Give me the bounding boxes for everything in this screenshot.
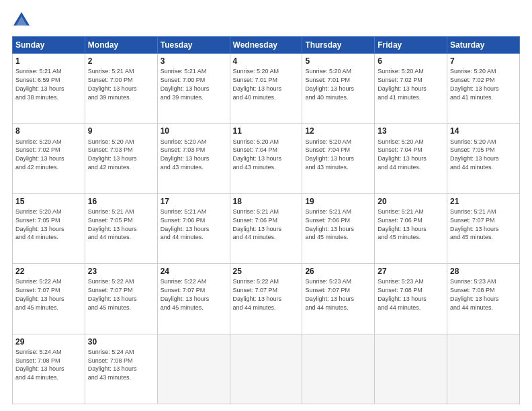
header [12,11,520,30]
day-number: 24 [161,266,227,277]
day-number: 8 [15,126,82,136]
day-number: 20 [378,196,444,207]
day-number: 16 [88,196,154,207]
page: SundayMondayTuesdayWednesdayThursdayFrid… [0,0,532,411]
calendar-cell: 10Sunrise: 5:20 AM Sunset: 7:03 PM Dayli… [157,124,230,193]
calendar-cell: 3Sunrise: 5:21 AM Sunset: 7:00 PM Daylig… [157,54,230,124]
day-number: 25 [233,266,300,277]
calendar-cell [447,334,520,404]
day-number: 12 [305,126,371,136]
calendar-cell: 14Sunrise: 5:20 AM Sunset: 7:05 PM Dayli… [447,124,520,193]
calendar-cell: 13Sunrise: 5:20 AM Sunset: 7:04 PM Dayli… [375,124,447,193]
cell-info: Sunrise: 5:20 AM Sunset: 7:04 PM Dayligh… [305,138,354,171]
weekday-header-tuesday: Tuesday [157,37,230,54]
day-number: 13 [378,126,444,136]
calendar-cell: 12Sunrise: 5:20 AM Sunset: 7:04 PM Dayli… [302,124,375,193]
day-number: 9 [88,126,154,136]
weekday-header-saturday: Saturday [447,37,520,54]
logo [12,11,34,30]
day-number: 2 [88,56,154,66]
cell-info: Sunrise: 5:21 AM Sunset: 7:06 PM Dayligh… [233,208,282,240]
calendar-cell: 2Sunrise: 5:21 AM Sunset: 7:00 PM Daylig… [85,54,157,124]
day-number: 29 [15,336,82,347]
calendar-cell: 20Sunrise: 5:21 AM Sunset: 7:06 PM Dayli… [375,193,447,263]
calendar-week-row: 22Sunrise: 5:22 AM Sunset: 7:07 PM Dayli… [13,264,520,334]
calendar-cell: 18Sunrise: 5:21 AM Sunset: 7:06 PM Dayli… [230,193,302,263]
day-number: 10 [161,126,227,136]
day-number: 18 [233,196,300,207]
calendar-cell: 4Sunrise: 5:20 AM Sunset: 7:01 PM Daylig… [230,54,302,124]
cell-info: Sunrise: 5:21 AM Sunset: 7:05 PM Dayligh… [88,208,137,240]
cell-info: Sunrise: 5:21 AM Sunset: 7:00 PM Dayligh… [88,68,137,100]
calendar-cell: 17Sunrise: 5:21 AM Sunset: 7:06 PM Dayli… [157,193,230,263]
weekday-header-sunday: Sunday [13,37,85,54]
calendar-cell: 5Sunrise: 5:20 AM Sunset: 7:01 PM Daylig… [302,54,375,124]
weekday-header-wednesday: Wednesday [230,37,302,54]
cell-info: Sunrise: 5:21 AM Sunset: 7:06 PM Dayligh… [161,208,210,240]
cell-info: Sunrise: 5:21 AM Sunset: 6:59 PM Dayligh… [15,68,64,100]
calendar-cell [230,334,302,404]
calendar-cell: 28Sunrise: 5:23 AM Sunset: 7:08 PM Dayli… [447,264,520,334]
cell-info: Sunrise: 5:22 AM Sunset: 7:07 PM Dayligh… [15,278,64,310]
cell-info: Sunrise: 5:20 AM Sunset: 7:01 PM Dayligh… [233,68,282,100]
day-number: 30 [88,336,154,347]
cell-info: Sunrise: 5:24 AM Sunset: 7:08 PM Dayligh… [88,349,137,381]
cell-info: Sunrise: 5:20 AM Sunset: 7:04 PM Dayligh… [378,138,427,171]
calendar-cell: 27Sunrise: 5:23 AM Sunset: 7:08 PM Dayli… [375,264,447,334]
day-number: 5 [305,56,371,66]
cell-info: Sunrise: 5:22 AM Sunset: 7:07 PM Dayligh… [161,278,210,310]
cell-info: Sunrise: 5:20 AM Sunset: 7:04 PM Dayligh… [233,138,282,171]
day-number: 4 [233,56,300,66]
calendar-cell: 21Sunrise: 5:21 AM Sunset: 7:07 PM Dayli… [447,193,520,263]
cell-info: Sunrise: 5:20 AM Sunset: 7:05 PM Dayligh… [15,208,64,240]
cell-info: Sunrise: 5:20 AM Sunset: 7:05 PM Dayligh… [450,138,499,171]
calendar-cell: 9Sunrise: 5:20 AM Sunset: 7:03 PM Daylig… [85,124,157,193]
cell-info: Sunrise: 5:23 AM Sunset: 7:07 PM Dayligh… [305,278,354,310]
calendar-table: SundayMondayTuesdayWednesdayThursdayFrid… [12,36,520,404]
calendar-cell: 6Sunrise: 5:20 AM Sunset: 7:02 PM Daylig… [375,54,447,124]
calendar-cell [157,334,230,404]
cell-info: Sunrise: 5:22 AM Sunset: 7:07 PM Dayligh… [233,278,282,310]
day-number: 3 [161,56,227,66]
calendar-cell: 29Sunrise: 5:24 AM Sunset: 7:08 PM Dayli… [13,334,85,404]
day-number: 23 [88,266,154,277]
cell-info: Sunrise: 5:20 AM Sunset: 7:03 PM Dayligh… [161,138,210,171]
day-number: 1 [15,56,82,66]
calendar-cell: 26Sunrise: 5:23 AM Sunset: 7:07 PM Dayli… [302,264,375,334]
day-number: 7 [450,56,517,66]
day-number: 22 [15,266,82,277]
cell-info: Sunrise: 5:21 AM Sunset: 7:00 PM Dayligh… [161,68,210,100]
day-number: 19 [305,196,371,207]
calendar-cell [375,334,447,404]
weekday-header-thursday: Thursday [302,37,375,54]
calendar-cell: 16Sunrise: 5:21 AM Sunset: 7:05 PM Dayli… [85,193,157,263]
cell-info: Sunrise: 5:24 AM Sunset: 7:08 PM Dayligh… [15,349,64,381]
calendar-cell: 24Sunrise: 5:22 AM Sunset: 7:07 PM Dayli… [157,264,230,334]
cell-info: Sunrise: 5:21 AM Sunset: 7:06 PM Dayligh… [305,208,354,240]
weekday-header-friday: Friday [375,37,447,54]
calendar-week-row: 29Sunrise: 5:24 AM Sunset: 7:08 PM Dayli… [13,334,520,404]
calendar-cell: 30Sunrise: 5:24 AM Sunset: 7:08 PM Dayli… [85,334,157,404]
calendar-cell: 22Sunrise: 5:22 AM Sunset: 7:07 PM Dayli… [13,264,85,334]
day-number: 17 [161,196,227,207]
day-number: 11 [233,126,300,136]
cell-info: Sunrise: 5:20 AM Sunset: 7:02 PM Dayligh… [378,68,427,100]
calendar-cell: 15Sunrise: 5:20 AM Sunset: 7:05 PM Dayli… [13,193,85,263]
cell-info: Sunrise: 5:23 AM Sunset: 7:08 PM Dayligh… [450,278,499,310]
day-number: 27 [378,266,444,277]
calendar-cell: 23Sunrise: 5:22 AM Sunset: 7:07 PM Dayli… [85,264,157,334]
weekday-header-monday: Monday [85,37,157,54]
calendar-week-row: 1Sunrise: 5:21 AM Sunset: 6:59 PM Daylig… [13,54,520,124]
calendar-week-row: 15Sunrise: 5:20 AM Sunset: 7:05 PM Dayli… [13,193,520,263]
cell-info: Sunrise: 5:20 AM Sunset: 7:02 PM Dayligh… [450,68,499,100]
day-number: 21 [450,196,517,207]
logo-icon [12,11,31,30]
cell-info: Sunrise: 5:20 AM Sunset: 7:01 PM Dayligh… [305,68,354,100]
calendar-cell: 11Sunrise: 5:20 AM Sunset: 7:04 PM Dayli… [230,124,302,193]
calendar-cell: 1Sunrise: 5:21 AM Sunset: 6:59 PM Daylig… [13,54,85,124]
calendar-week-row: 8Sunrise: 5:20 AM Sunset: 7:02 PM Daylig… [13,124,520,193]
cell-info: Sunrise: 5:23 AM Sunset: 7:08 PM Dayligh… [378,278,427,310]
calendar-cell [302,334,375,404]
calendar-cell: 8Sunrise: 5:20 AM Sunset: 7:02 PM Daylig… [13,124,85,193]
cell-info: Sunrise: 5:20 AM Sunset: 7:02 PM Dayligh… [15,138,64,171]
